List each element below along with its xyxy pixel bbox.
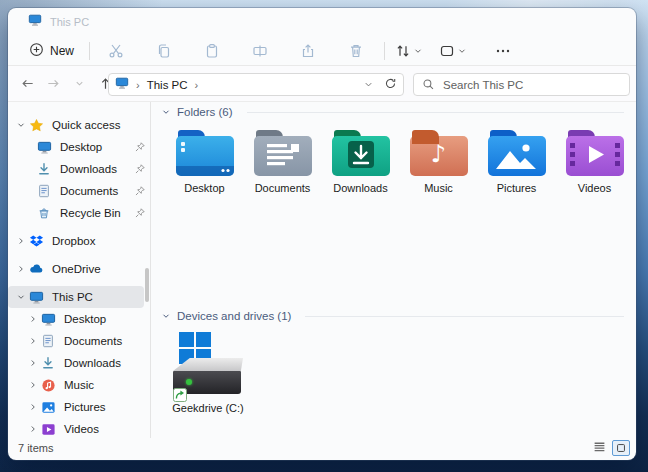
rename-button[interactable] (246, 38, 274, 64)
folder-label: Music (424, 182, 453, 194)
documents-folder-icon (254, 130, 312, 178)
sidebar-item-label: This PC (52, 291, 93, 303)
sidebar-item-label: Music (64, 379, 94, 391)
dropbox-icon (28, 233, 44, 249)
chevron-down-icon (363, 79, 374, 90)
status-bar: 7 items (8, 438, 636, 460)
explorer-body: Quick access Desktop Downloads Documents (8, 102, 636, 438)
desktop-wallpaper: This PC New (0, 0, 648, 472)
chevron-down-icon[interactable] (14, 120, 28, 130)
chevron-down-icon[interactable] (14, 292, 28, 302)
folder-tile-pictures[interactable]: Pictures (481, 130, 552, 194)
see-more-button[interactable] (489, 38, 517, 64)
folder-tile-documents[interactable]: Documents (247, 130, 318, 194)
back-button[interactable] (14, 71, 40, 97)
folder-tile-videos[interactable]: Videos (559, 130, 630, 194)
drive-label: Geekdrive (C:) (172, 402, 244, 414)
address-bar[interactable]: › This PC › (108, 73, 404, 96)
new-button[interactable]: New (20, 39, 83, 63)
toolbar-separator (384, 42, 385, 60)
download-arrow-icon (40, 355, 56, 371)
monitor-icon (115, 76, 129, 94)
chevron-right-icon[interactable] (14, 264, 28, 274)
breadcrumb-separator: › (136, 79, 140, 91)
videos-folder-icon (566, 130, 624, 178)
pin-icon (134, 163, 146, 175)
chevron-right-icon[interactable] (26, 424, 40, 434)
ellipsis-icon (495, 43, 511, 59)
delete-icon (348, 43, 364, 59)
sidebar-item-desktop-pinned[interactable]: Desktop (8, 136, 150, 158)
sidebar-item-this-pc[interactable]: This PC (8, 286, 144, 308)
sidebar-item-dropbox[interactable]: Dropbox (8, 230, 150, 252)
recent-locations-button[interactable] (66, 71, 92, 97)
sidebar-item-documents[interactable]: Documents (8, 330, 150, 352)
title-bar[interactable]: This PC (8, 8, 636, 36)
view-button[interactable] (435, 38, 471, 64)
chevron-right-icon[interactable] (26, 336, 40, 346)
view-icon (439, 43, 455, 59)
chevron-down-icon (74, 78, 85, 89)
sidebar-item-videos[interactable]: Videos (8, 418, 150, 440)
sidebar-item-label: Dropbox (52, 235, 95, 247)
delete-button[interactable] (342, 38, 370, 64)
copy-button[interactable] (150, 38, 178, 64)
sidebar-item-recycle-bin[interactable]: Recycle Bin (8, 202, 150, 224)
sidebar-scrollbar[interactable] (145, 268, 149, 302)
sidebar-item-downloads[interactable]: Downloads (8, 352, 150, 374)
sort-button[interactable] (391, 38, 427, 64)
sidebar-item-quick-access[interactable]: Quick access (8, 114, 150, 136)
music-icon (40, 377, 56, 393)
folder-tile-desktop[interactable]: Desktop (169, 130, 240, 194)
recycle-bin-icon (36, 205, 52, 221)
sidebar-item-desktop[interactable]: Desktop (8, 308, 150, 330)
sidebar-item-music[interactable]: Music (8, 374, 150, 396)
search-input[interactable]: Search This PC (413, 73, 630, 96)
share-button[interactable] (294, 38, 322, 64)
navigation-bar: › This PC › Search This PC (8, 66, 636, 102)
folders-section-header[interactable]: Folders (6) (151, 102, 628, 122)
share-icon (300, 43, 316, 59)
new-button-label: New (50, 44, 74, 58)
monitor-icon (28, 13, 42, 31)
sidebar-item-label: Documents (64, 335, 122, 347)
sidebar-item-downloads-pinned[interactable]: Downloads (8, 158, 150, 180)
breadcrumb-this-pc[interactable]: This PC (147, 79, 188, 91)
section-divider-line (247, 112, 624, 113)
chevron-right-icon[interactable] (14, 236, 28, 246)
chevron-right-icon[interactable] (26, 314, 40, 324)
chevron-right-icon[interactable] (26, 402, 40, 412)
address-dropdown-button[interactable] (363, 76, 374, 94)
list-lines-icon (593, 440, 606, 453)
drives-section-header[interactable]: Devices and drives (1) (151, 306, 628, 326)
document-icon (40, 333, 56, 349)
sidebar-item-documents-pinned[interactable]: Documents (8, 180, 150, 202)
paste-button[interactable] (198, 38, 226, 64)
sidebar-item-label: Quick access (52, 119, 120, 131)
cut-button[interactable] (102, 38, 130, 64)
monitor-icon (40, 311, 56, 327)
sidebar-item-label: Downloads (60, 163, 117, 175)
large-icons-view-button[interactable] (612, 440, 630, 456)
sidebar-item-onedrive[interactable]: OneDrive (8, 258, 150, 280)
sidebar-item-label: Videos (64, 423, 99, 435)
star-icon (28, 117, 44, 133)
pictures-icon (40, 399, 56, 415)
details-view-button[interactable] (593, 439, 606, 457)
forward-button[interactable] (40, 71, 66, 97)
drive-tile-c[interactable]: Geekdrive (C:) (163, 332, 253, 414)
chevron-right-icon[interactable] (26, 358, 40, 368)
drive-led (186, 379, 192, 385)
refresh-button[interactable] (384, 76, 397, 94)
downloads-folder-icon (332, 130, 390, 178)
folder-tile-downloads[interactable]: Downloads (325, 130, 396, 194)
folder-tile-music[interactable]: ♪ Music (403, 130, 474, 194)
chevron-down-icon (161, 107, 171, 117)
onedrive-cloud-icon (28, 261, 44, 277)
system-drive-icon (169, 332, 247, 400)
sidebar-item-pictures[interactable]: Pictures (8, 396, 150, 418)
monitor-icon (28, 289, 44, 305)
sidebar-item-label: Downloads (64, 357, 121, 369)
chevron-right-icon[interactable] (26, 380, 40, 390)
file-explorer-window: This PC New (8, 8, 636, 460)
